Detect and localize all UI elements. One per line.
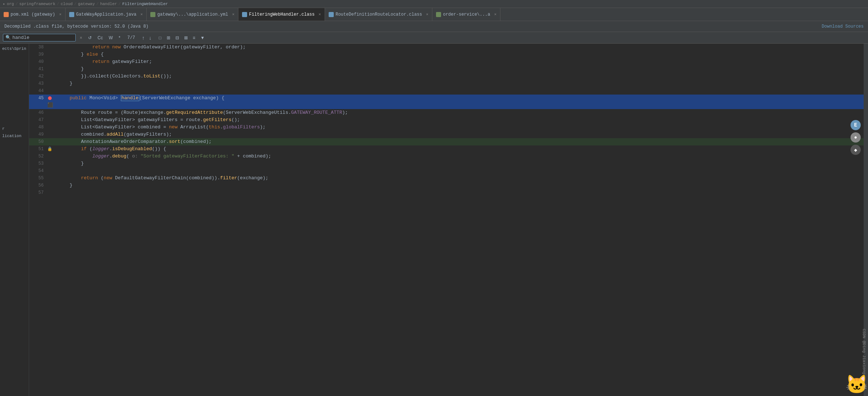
line-content [55,189,864,196]
line-number: 55 [29,175,47,182]
line-gutter [47,124,55,131]
line-gutter: 🔒 [47,145,55,153]
code-area[interactable]: 38 return new OrderedGatewayFilter(gatew… [29,44,864,396]
sidebar-item-1: ects\Sprin [0,45,29,52]
line-gutter [47,131,55,138]
table-row: 55 return (new DefaultGatewayFilterChain… [29,175,864,182]
table-row: 57 [29,189,864,196]
line-gutter [47,80,55,87]
line-gutter [47,109,55,116]
line-gutter [47,87,55,95]
line-number: 56 [29,182,47,189]
line-number: 45 [29,95,47,109]
tab-route[interactable]: RouteDefinitionRouteLocator.class × [325,8,432,21]
line-number: 46 [29,109,47,116]
line-number: 44 [29,87,47,95]
table-row: 42 }).collect(Collectors.toList()); [29,73,864,80]
table-row: 47 List<GatewayFilter> gatewayFilters = … [29,116,864,124]
float-btn-e[interactable]: E [851,120,861,130]
breadcrumb-current: FilteringWebHandler [122,2,168,6]
tab-filtering-label: FilteringWebHandler.class [249,12,314,17]
line-content: public Mono<Void> handle(ServerWebExchan… [55,95,864,109]
tab-pom[interactable]: pom.xml (gateway) × [0,8,66,21]
breadcrumb-cloud: cloud [61,2,73,6]
search-word-button[interactable]: W [107,35,115,41]
search-extra-buttons: □ ⊞ ⊟ ⊠ ≡ ▼ [157,35,206,41]
line-number: 40 [29,58,47,65]
breadcrumb-org: org [7,2,14,6]
search-prev-button[interactable]: ↑ [140,34,146,41]
line-content: } [55,80,864,87]
line-gutter [47,175,55,182]
tab-order-icon [436,12,441,17]
line-gutter [47,153,55,160]
line-content: logger.debug( o: "Sorted gatewayFilterFa… [55,153,864,160]
line-content: }).collect(Collectors.toList()); [55,73,864,80]
line-gutter [47,44,55,51]
search-clear-button[interactable]: × [78,35,84,41]
tab-filtering[interactable]: FilteringWebHandler.class × [238,8,325,21]
tab-order[interactable]: order-service\...a × [432,8,500,21]
tab-gateway-close[interactable]: × [140,12,143,17]
float-btn-o[interactable]: ● [851,132,861,143]
tab-route-close[interactable]: × [426,12,429,17]
line-gutter [47,138,55,145]
table-row: 44 [29,87,864,95]
sidebar-item-2: r [0,125,29,132]
line-number: 43 [29,80,47,87]
tab-yaml[interactable]: gateway\...\application.yml × [147,8,238,21]
table-row: 53 } [29,160,864,167]
search-case-button[interactable]: Cc [96,35,105,41]
search-next-button[interactable]: ↓ [147,34,153,41]
float-btn-s[interactable]: ◆ [851,145,861,155]
scrollbar-track[interactable] [864,44,868,396]
table-row: 39 } else { [29,51,864,58]
table-row: 40 return gatewayFilter; [29,58,864,65]
tab-filtering-close[interactable]: × [318,12,321,17]
tab-gateway-label: GateWayApplication.java [76,12,136,17]
search-count: 7/7 [127,35,135,40]
search-input[interactable] [12,35,60,40]
search-undo-button[interactable]: ↺ [86,35,94,41]
search-bar: 🔍 × ↺ Cc W * 7/7 ↑ ↓ □ ⊞ ⊟ ⊠ ≡ ▼ [0,32,868,44]
left-sidebar: ects\Sprin r lication [0,44,29,396]
tab-gateway-icon [69,12,74,17]
line-number: 57 [29,189,47,196]
download-sources-link[interactable]: Download Sources [822,24,864,29]
table-row: 54 [29,167,864,175]
line-gutter [47,73,55,80]
search-btn3[interactable]: ⊠ [182,35,190,41]
tab-yaml-close[interactable]: × [232,12,235,17]
line-number: 42 [29,73,47,80]
search-scope-button[interactable]: □ [157,35,163,41]
table-row: 49 combined.addAll(gatewayFilters); [29,131,864,138]
search-btn2[interactable]: ⊟ [174,35,181,41]
decompile-info: Decompiled .class file, bytecode version… [4,24,148,29]
breadcrumb: ▸ org / springframework / cloud / gatewa… [0,0,868,8]
search-regex-button[interactable]: * [117,35,122,41]
line-content: } else { [55,51,864,58]
tab-yaml-label: gateway\...\application.yml [157,12,228,17]
table-row: 38 return new OrderedGatewayFilter(gatew… [29,44,864,51]
line-gutter [47,58,55,65]
line-content [55,87,864,95]
line-content: if (logger.isDebugEnabled()) { [55,145,864,153]
tab-gateway[interactable]: GateWayApplication.java × [66,8,147,21]
main-layout: ects\Sprin r lication 38 return new Orde… [0,44,868,396]
search-icon: 🔍 [5,35,11,40]
search-align-button[interactable]: ≡ [191,35,197,41]
breadcrumb-item: ▸ [3,1,5,6]
table-row: 45 ⬛ public Mono<Void> handle(ServerWebE… [29,95,864,109]
line-gutter [47,167,55,175]
tab-pom-close[interactable]: × [59,12,62,17]
search-btn1[interactable]: ⊞ [165,35,172,41]
float-buttons: E ● ◆ [851,120,861,155]
tab-order-close[interactable]: × [494,12,497,17]
line-number: 47 [29,116,47,124]
line-content: combined.addAll(gatewayFilters); [55,131,864,138]
line-number: 39 [29,51,47,58]
code-table: 38 return new OrderedGatewayFilter(gatew… [29,44,864,196]
line-content: Route route = (Route)exchange.getRequire… [55,109,864,116]
tab-bar: pom.xml (gateway) × GateWayApplication.j… [0,8,868,21]
search-filter-button[interactable]: ▼ [199,35,207,41]
